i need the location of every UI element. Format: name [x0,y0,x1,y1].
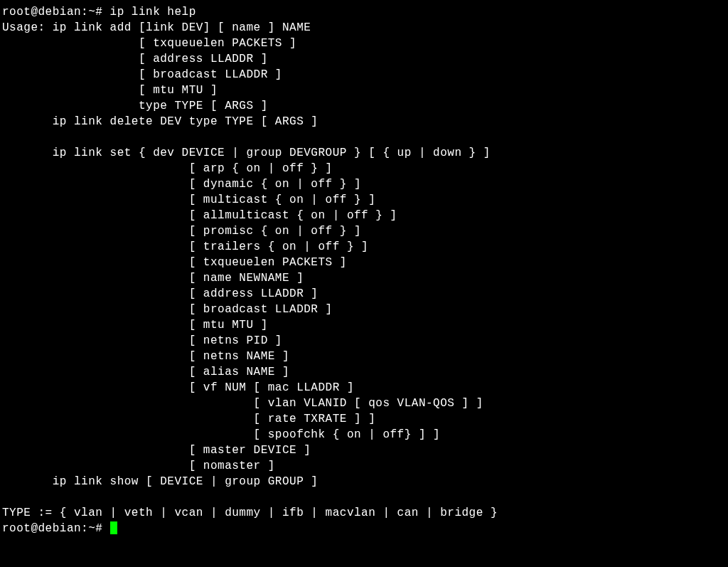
usage-line: Usage: ip link add [link DEV] [ name ] N… [2,21,311,34]
usage-line: [ netns NAME ] [2,350,289,363]
usage-line: [ spoofchk { on | off} ] ] [2,428,440,441]
shell-prompt: root@debian:~# [2,6,110,18]
prompt-line-1: root@debian:~# ip link help [2,6,196,18]
usage-line: [ alias NAME ] [2,366,289,378]
usage-line: [ dynamic { on | off } ] [2,178,361,191]
usage-line: ip link set { dev DEVICE | group DEVGROU… [2,147,491,159]
usage-line: [ netns PID ] [2,334,282,347]
prompt-line-2: root@debian:~# [2,522,117,535]
usage-line: type TYPE [ ARGS ] [2,100,268,112]
usage-line: [ vlan VLANID [ qos VLAN-QOS ] ] [2,397,483,410]
usage-line: [ master DEVICE ] [2,444,311,457]
usage-line: [ nomaster ] [2,460,275,472]
usage-line: [ multicast { on | off } ] [2,194,375,206]
usage-line: [ rate TXRATE ] ] [2,413,375,425]
usage-line: [ allmulticast { on | off } ] [2,209,397,222]
usage-line: [ vf NUM [ mac LLADDR ] [2,381,354,394]
usage-line: [ arp { on | off } ] [2,162,333,175]
usage-line: [ promisc { on | off } ] [2,225,361,238]
cursor-block [110,521,117,534]
shell-prompt: root@debian:~# [2,522,110,535]
usage-line: [ broadcast LLADDR ] [2,68,282,81]
usage-line: [ mtu MTU ] [2,319,268,332]
usage-line: [ txqueuelen PACKETS ] [2,37,296,50]
usage-line: [ mtu MTU ] [2,84,218,97]
typed-command: ip link help [110,6,196,18]
terminal[interactable]: root@debian:~# ip link help Usage: ip li… [0,0,728,541]
usage-line: [ txqueuelen PACKETS ] [2,256,347,269]
usage-line: [ broadcast LLADDR ] [2,303,333,316]
usage-line: ip link show [ DEVICE | group GROUP ] [2,475,318,488]
usage-line: ip link delete DEV type TYPE [ ARGS ] [2,115,318,128]
usage-line: [ trailers { on | off } ] [2,240,368,253]
usage-line: [ address LLADDR ] [2,287,318,300]
usage-line: TYPE := { vlan | veth | vcan | dummy | i… [2,507,498,519]
usage-line: [ address LLADDR ] [2,53,268,65]
usage-line: [ name NEWNAME ] [2,272,304,285]
